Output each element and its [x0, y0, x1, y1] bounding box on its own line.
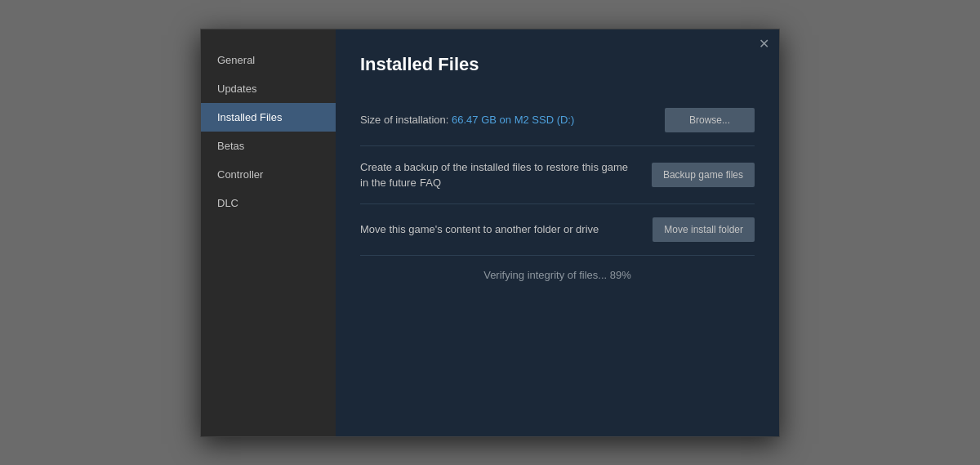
- backup-label: Create a backup of the installed files t…: [360, 161, 628, 189]
- backup-text: Create a backup of the installed files t…: [360, 159, 635, 190]
- move-install-folder-button[interactable]: Move install folder: [653, 217, 755, 242]
- move-section: Move this game's content to another fold…: [360, 204, 755, 256]
- sidebar-item-updates[interactable]: Updates: [201, 74, 336, 103]
- close-button[interactable]: ✕: [759, 38, 769, 51]
- main-content: ✕ Installed Files Size of installation: …: [336, 29, 779, 436]
- installation-size: 66.47 GB on M2 SSD (D:): [452, 114, 574, 126]
- installation-label-prefix: Size of installation:: [360, 114, 452, 126]
- status-text: Verifying integrity of files... 89%: [360, 269, 755, 281]
- faq-link[interactable]: FAQ: [420, 177, 441, 189]
- sidebar-item-general[interactable]: General: [201, 46, 336, 74]
- backup-game-files-button[interactable]: Backup game files: [652, 163, 755, 187]
- installation-label: Size of installation: 66.47 GB on M2 SSD…: [360, 114, 574, 126]
- sidebar-item-installed-files[interactable]: Installed Files: [201, 103, 336, 132]
- browse-button[interactable]: Browse...: [665, 108, 755, 132]
- modal-window: General Updates Installed Files Betas Co…: [200, 29, 780, 437]
- installation-text: Size of installation: 66.47 GB on M2 SSD…: [360, 112, 648, 127]
- sidebar-item-controller[interactable]: Controller: [201, 160, 336, 189]
- sidebar-item-dlc[interactable]: DLC: [201, 189, 336, 217]
- sidebar-item-betas[interactable]: Betas: [201, 132, 336, 160]
- sidebar: General Updates Installed Files Betas Co…: [201, 29, 336, 436]
- backup-section: Create a backup of the installed files t…: [360, 146, 755, 204]
- move-text: Move this game's content to another fold…: [360, 221, 636, 237]
- installation-section: Size of installation: 66.47 GB on M2 SSD…: [360, 95, 755, 146]
- page-title: Installed Files: [360, 54, 755, 75]
- move-label: Move this game's content to another fold…: [360, 223, 599, 235]
